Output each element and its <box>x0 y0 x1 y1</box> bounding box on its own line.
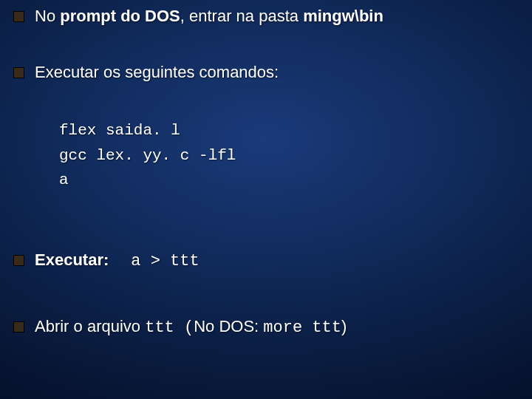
item4-open: ( <box>184 318 194 337</box>
item4-text: Abrir o arquivo ttt (No DOS: more ttt) <box>35 316 347 338</box>
bullet-item-4: Abrir o arquivo ttt (No DOS: more ttt) <box>13 316 347 338</box>
code-block: flex saida. l gcc lex. yy. c -lfl a <box>59 118 236 193</box>
item1-pre: No <box>35 7 60 25</box>
item4-pre: Abrir o arquivo <box>35 317 145 335</box>
item4-mid: No DOS: <box>194 317 263 335</box>
item4-close: ) <box>341 317 347 335</box>
square-bullet-icon <box>13 255 24 266</box>
square-bullet-icon <box>13 11 24 22</box>
item3-text: Executar:a > ttt <box>35 250 200 272</box>
square-bullet-icon <box>13 67 24 78</box>
square-bullet-icon <box>13 321 24 332</box>
item4-file: ttt <box>145 318 184 337</box>
bullet-item-1: No prompt do DOS, entrar na pasta mingw\… <box>13 6 383 27</box>
item1-text: No prompt do DOS, entrar na pasta mingw\… <box>35 6 383 27</box>
bullet-item-2: Executar os seguintes comandos: <box>13 62 279 83</box>
item1-bold1: prompt do DOS <box>60 7 180 25</box>
item4-cmd: more ttt <box>263 318 341 337</box>
item1-mid: , entrar na pasta <box>180 7 303 25</box>
item1-bold2: mingw\bin <box>303 7 383 25</box>
item3-cmd: a > ttt <box>131 252 199 270</box>
item3-label: Executar: <box>35 250 109 269</box>
bullet-item-3: Executar:a > ttt <box>13 250 200 272</box>
item2-text: Executar os seguintes comandos: <box>35 62 279 83</box>
